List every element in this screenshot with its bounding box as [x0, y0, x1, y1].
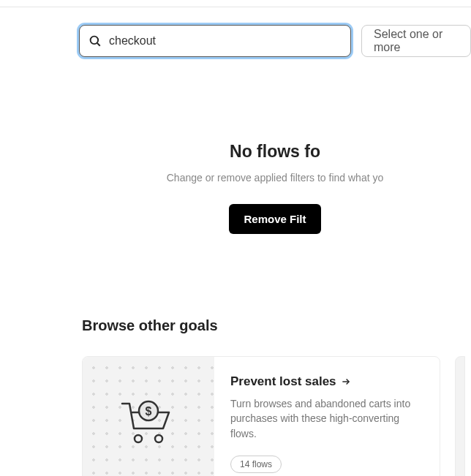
goal-card-next-peek[interactable] — [455, 356, 465, 476]
svg-point-3 — [155, 435, 162, 442]
goal-card-description: Turn browses and abandoned carts into pu… — [230, 396, 423, 441]
goal-card-title: Prevent lost sales — [230, 374, 336, 389]
browse-heading: Browse other goals — [82, 317, 471, 334]
filter-select[interactable]: Select one or more — [361, 25, 471, 57]
top-divider — [0, 0, 471, 7]
empty-state: No flows fo Change or remove applied fil… — [0, 57, 471, 234]
goal-card-prevent-lost-sales[interactable]: $ Prevent lost sales Turn browses and ab… — [82, 356, 440, 476]
svg-text:$: $ — [146, 405, 152, 418]
filter-row: Select one or more — [0, 7, 471, 57]
goal-title-row: Prevent lost sales — [230, 374, 423, 389]
svg-point-0 — [91, 37, 99, 45]
remove-filters-button[interactable]: Remove Filt — [229, 204, 320, 234]
goal-card-image: $ — [83, 357, 214, 476]
filter-select-placeholder: Select one or more — [374, 28, 459, 54]
browse-section: Browse other goals $ Prevent lost sales — [0, 234, 471, 476]
goal-card-body: Prevent lost sales Turn browses and aban… — [214, 357, 440, 476]
search-input[interactable] — [109, 34, 342, 48]
shopping-cart-icon: $ — [121, 399, 176, 445]
arrow-right-icon — [341, 377, 351, 387]
goal-flow-count-badge: 14 flows — [230, 456, 282, 473]
empty-state-title: No flows fo — [79, 142, 471, 162]
search-field-wrapper[interactable] — [79, 25, 351, 57]
svg-line-1 — [97, 43, 100, 46]
svg-point-2 — [135, 435, 142, 442]
empty-state-subtitle: Change or remove applied filters to find… — [79, 172, 471, 184]
search-icon — [88, 34, 102, 48]
goal-cards-row: $ Prevent lost sales Turn browses and ab… — [82, 356, 471, 476]
